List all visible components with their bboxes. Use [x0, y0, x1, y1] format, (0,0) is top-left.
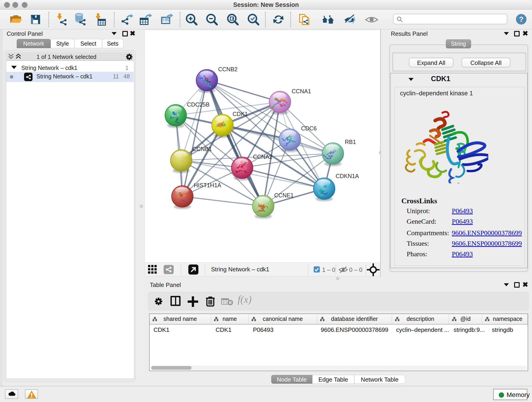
svg-text:CCNA2: CCNA2	[253, 153, 272, 160]
svg-text:CCNE1: CCNE1	[274, 192, 294, 198]
svg-text:CDC25B: CDC25B	[187, 101, 210, 108]
svg-text:CDK1: CDK1	[233, 111, 248, 117]
svg-text:CDKN1A: CDKN1A	[336, 173, 359, 179]
svg-text:RB1: RB1	[345, 139, 356, 145]
svg-text:CCNA1: CCNA1	[292, 88, 311, 95]
svg-text:CCNB2: CCNB2	[218, 66, 238, 72]
svg-text:HIST1H1A: HIST1H1A	[194, 182, 221, 188]
svg-text:CCNB1: CCNB1	[192, 146, 212, 152]
svg-text:CDC6: CDC6	[301, 125, 317, 132]
